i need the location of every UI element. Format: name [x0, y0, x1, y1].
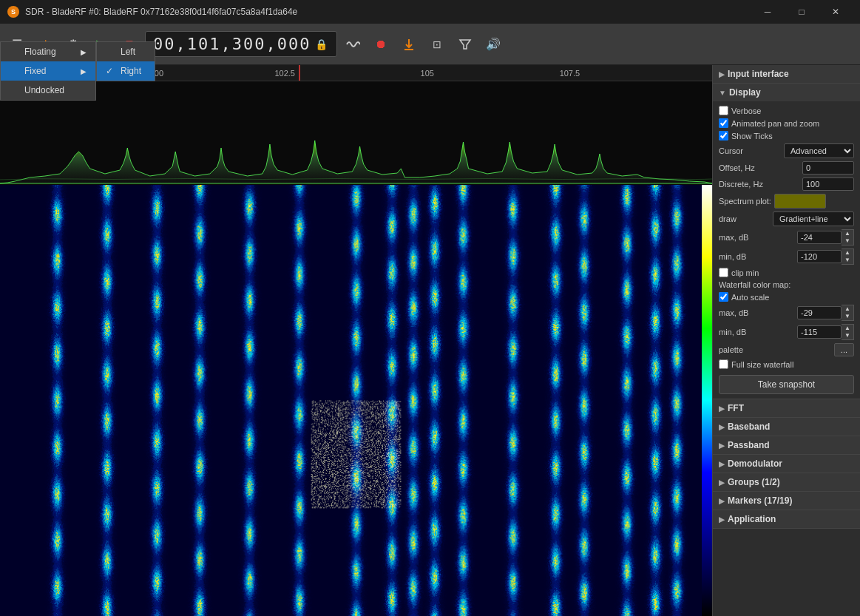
- submenu-left-item[interactable]: Left: [97, 42, 155, 61]
- passband-section: ▶ Passband: [713, 436, 860, 455]
- cursor-label: Cursor: [719, 146, 743, 155]
- waterfall-color-map-label: Waterfall color map:: [719, 280, 790, 289]
- freq-tick-1025: 102.5: [274, 69, 295, 78]
- wf-max-db-spinner: ▲ ▼: [797, 305, 854, 321]
- animated-pan-zoom-label: Animated pan and zoom: [731, 119, 819, 128]
- input-interface-section: ▶ Input interface: [713, 65, 860, 84]
- min-db-down-button[interactable]: ▼: [842, 257, 853, 264]
- offset-hz-input[interactable]: [802, 161, 854, 175]
- palette-button[interactable]: ...: [834, 343, 854, 356]
- waterfall-container: [0, 185, 712, 616]
- application-section: ▶ Application: [713, 510, 860, 529]
- draw-row: draw Gradient+line Line Gradient Filled: [719, 211, 854, 226]
- wf-max-db-row: max, dB ▲ ▼: [719, 305, 854, 321]
- application-arrow: ▶: [719, 515, 725, 524]
- max-db-label: max, dB: [719, 233, 748, 242]
- window-title: SDR - BladeRF #0: BladeRF 0x77162e38f0d1…: [25, 7, 297, 17]
- lock-icon: 🔒: [315, 38, 329, 50]
- waterfall-canvas: [0, 185, 712, 616]
- min-db-up-button[interactable]: ▲: [842, 249, 853, 257]
- verbose-row: Verbose: [719, 106, 854, 115]
- markers-arrow: ▶: [719, 497, 725, 505]
- fft-icon: [345, 37, 360, 52]
- left-label: Left: [121, 47, 135, 57]
- dock-undocked-item[interactable]: Undocked: [1, 81, 95, 100]
- verbose-checkbox[interactable]: [719, 106, 728, 115]
- minimize-button[interactable]: ─: [751, 0, 785, 24]
- markers-header[interactable]: ▶ Markers (17/19): [713, 492, 860, 510]
- right-submenu: Left ✓ Right: [96, 41, 155, 81]
- wf-max-db-up-button[interactable]: ▲: [842, 305, 853, 313]
- max-db-up-button[interactable]: ▲: [842, 230, 853, 237]
- min-db-spinner-buttons: ▲ ▼: [842, 248, 854, 265]
- loop-button[interactable]: ⊡: [424, 32, 450, 57]
- demodulator-label: Demodulator: [728, 458, 782, 469]
- display-arrow: ▼: [719, 89, 726, 97]
- spectrum-color-swatch[interactable]: [774, 194, 826, 209]
- max-db-spinner: ▲ ▼: [797, 229, 854, 246]
- wf-min-db-up-button[interactable]: ▲: [842, 325, 853, 332]
- submenu-right-item[interactable]: ✓ Right: [97, 61, 155, 81]
- filter-button[interactable]: [453, 32, 478, 57]
- floating-label: Floating: [24, 47, 56, 57]
- draw-select[interactable]: Gradient+line Line Gradient Filled: [773, 211, 854, 226]
- save-button[interactable]: [396, 32, 421, 57]
- fixed-label: Fixed: [24, 66, 46, 76]
- demodulator-header[interactable]: ▶ Demodulator: [713, 455, 860, 473]
- discrete-hz-input[interactable]: [802, 177, 854, 191]
- colorbar: [702, 185, 712, 616]
- max-db-spinner-buttons: ▲ ▼: [842, 229, 854, 246]
- title-left: S SDR - BladeRF #0: BladeRF 0x77162e38f0…: [7, 6, 297, 18]
- groups-section: ▶ Groups (1/2): [713, 473, 860, 492]
- audio-button[interactable]: 🔊: [481, 32, 506, 57]
- baseband-section: ▶ Baseband: [713, 418, 860, 436]
- dock-floating-item[interactable]: Floating ▶: [1, 42, 95, 61]
- full-size-waterfall-checkbox[interactable]: [719, 359, 728, 369]
- fft-button[interactable]: [340, 32, 365, 57]
- full-size-waterfall-label: Full size waterfall: [731, 360, 793, 369]
- wf-max-db-down-button[interactable]: ▼: [842, 313, 853, 320]
- passband-header[interactable]: ▶ Passband: [713, 436, 860, 454]
- record-button[interactable]: ⏺: [368, 32, 393, 57]
- groups-label: Groups (1/2): [728, 477, 780, 487]
- dock-fixed-item[interactable]: Fixed ▶: [1, 61, 95, 81]
- display-section: ▼ Display Verbose Animated pan and zoom: [713, 84, 860, 399]
- spectrum-plot-label: Spectrum plot:: [719, 197, 771, 206]
- fft-header[interactable]: ▶ FFT: [713, 399, 860, 417]
- auto-scale-row: Auto scale: [719, 292, 854, 302]
- titlebar: S SDR - BladeRF #0: BladeRF 0x77162e38f0…: [0, 0, 860, 24]
- discrete-hz-label: Discrete, Hz: [719, 180, 763, 189]
- wf-min-db-spinner-buttons: ▲ ▼: [842, 324, 854, 340]
- groups-header[interactable]: ▶ Groups (1/2): [713, 473, 860, 491]
- full-size-waterfall-row: Full size waterfall: [719, 359, 854, 369]
- clip-min-checkbox[interactable]: [719, 268, 728, 277]
- baseband-header[interactable]: ▶ Baseband: [713, 418, 860, 436]
- max-db-input[interactable]: [797, 231, 842, 244]
- save-icon: [402, 38, 416, 51]
- animated-pan-zoom-checkbox[interactable]: [719, 118, 728, 128]
- auto-scale-checkbox[interactable]: [719, 292, 728, 302]
- display-header[interactable]: ▼ Display: [713, 84, 860, 101]
- take-snapshot-button[interactable]: Take snapshot: [719, 375, 854, 394]
- right-label: Right: [121, 66, 141, 76]
- wf-min-db-spinner: ▲ ▼: [797, 324, 854, 340]
- cursor-select[interactable]: Advanced Normal None: [784, 143, 854, 158]
- auto-scale-label: Auto scale: [731, 293, 769, 302]
- min-db-input[interactable]: [797, 250, 842, 263]
- svg-marker-1: [460, 40, 470, 49]
- undocked-label: Undocked: [24, 85, 64, 95]
- maximize-button[interactable]: □: [785, 0, 819, 24]
- display-label: Display: [729, 87, 761, 98]
- show-ticks-checkbox[interactable]: [719, 131, 728, 141]
- fixed-submenu-arrow: ▶: [81, 67, 87, 75]
- application-header[interactable]: ▶ Application: [713, 510, 860, 528]
- spectrum-svg: [0, 81, 712, 185]
- discrete-hz-row: Discrete, Hz: [719, 177, 854, 191]
- wf-min-db-input[interactable]: [797, 325, 842, 339]
- input-interface-header[interactable]: ▶ Input interface: [713, 65, 860, 83]
- wf-max-db-input[interactable]: [797, 306, 842, 319]
- passband-label: Passband: [728, 440, 770, 450]
- max-db-down-button[interactable]: ▼: [842, 237, 853, 245]
- wf-min-db-down-button[interactable]: ▼: [842, 332, 853, 339]
- close-button[interactable]: ✕: [819, 0, 853, 24]
